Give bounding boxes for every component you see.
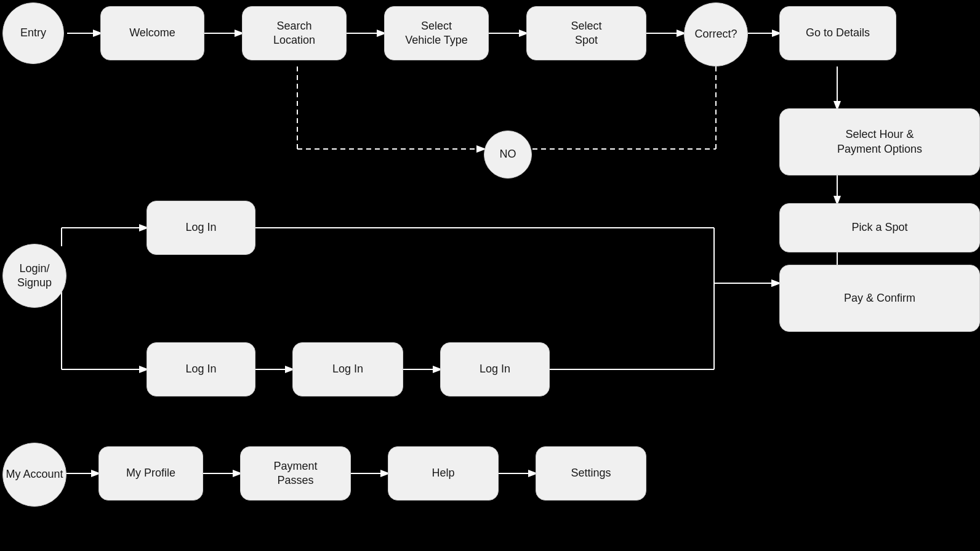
log-in-b2-label: Log In [332,362,363,376]
my-profile-node: My Profile [98,446,203,501]
welcome-node: Welcome [100,6,204,60]
log-in-b3-node: Log In [440,342,550,396]
settings-label: Settings [571,466,611,480]
log-in-top-node: Log In [147,201,255,255]
go-to-details-node: Go to Details [779,6,896,60]
search-location-label: Search Location [273,19,315,48]
select-spot-node: Select Spot [526,6,646,60]
no-label: NO [500,147,516,161]
select-hour-node: Select Hour & Payment Options [779,108,980,175]
select-vehicle-node: Select Vehicle Type [384,6,489,60]
log-in-top-label: Log In [185,220,216,235]
welcome-label: Welcome [129,26,175,40]
select-hour-label: Select Hour & Payment Options [837,127,922,156]
my-account-node: My Account [2,443,66,507]
pay-confirm-label: Pay & Confirm [844,291,915,305]
log-in-b2-node: Log In [292,342,403,396]
select-spot-label: Select Spot [571,19,601,48]
entry-node: Entry [2,2,64,64]
search-location-node: Search Location [242,6,347,60]
login-signup-label: Login/ Signup [17,262,52,291]
entry-label: Entry [20,26,46,40]
payment-passes-node: Payment Passes [240,446,351,501]
pick-a-spot-node: Pick a Spot [779,203,980,252]
log-in-b3-label: Log In [480,362,510,376]
select-vehicle-label: Select Vehicle Type [405,19,468,48]
pick-a-spot-label: Pick a Spot [851,220,907,235]
help-node: Help [388,446,499,501]
no-node: NO [484,131,532,179]
log-in-b1-node: Log In [147,342,255,396]
log-in-b1-label: Log In [185,362,216,376]
payment-passes-label: Payment Passes [273,459,317,488]
settings-node: Settings [536,446,646,501]
help-label: Help [432,466,454,480]
correct-label: Correct? [694,27,737,41]
my-profile-label: My Profile [126,466,175,480]
correct-node: Correct? [684,2,748,66]
login-signup-node: Login/ Signup [2,244,66,308]
my-account-label: My Account [6,467,63,481]
go-to-details-label: Go to Details [806,26,870,40]
pay-confirm-node: Pay & Confirm [779,265,980,332]
